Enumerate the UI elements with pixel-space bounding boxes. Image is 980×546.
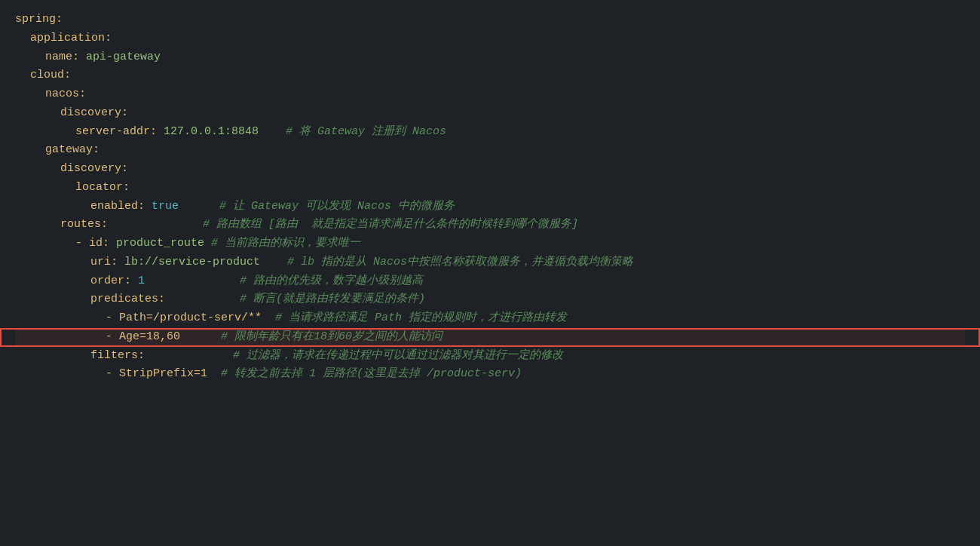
code-space	[180, 328, 221, 347]
code-line: enabled: true # 让 Gateway 可以发现 Nacos 中的微…	[15, 198, 965, 216]
code-comment: # 当前路由的标识，要求唯一	[211, 235, 360, 253]
code-line: filters: # 过滤器，请求在传递过程中可以通过过滤器对其进行一定的修改	[15, 347, 965, 366]
code-key: application:	[30, 29, 112, 48]
code-key: gateway:	[45, 141, 100, 160]
code-key: cloud:	[30, 66, 71, 85]
code-line: nacos:	[15, 85, 965, 104]
code-key: StripPrefix=1	[119, 365, 207, 384]
code-key: enabled:	[90, 198, 152, 216]
code-line: discovery:	[15, 160, 965, 179]
code-line: routes: # 路由数组 [路由 就是指定当请求满足什么条件的时候转到哪个微…	[15, 216, 965, 235]
code-key: id:	[89, 235, 116, 253]
code-line: - Path=/product-serv/** # 当请求路径满足 Path 指…	[15, 309, 965, 328]
code-line: cloud:	[15, 66, 965, 85]
code-comment: # lb 指的是从 Nacos中按照名称获取微服务，并遵循负载均衡策略	[287, 253, 633, 272]
code-space	[145, 272, 240, 291]
code-space	[179, 198, 219, 216]
code-dash: -	[106, 365, 119, 384]
code-comment: # 将 Gateway 注册到 Nacos	[286, 123, 446, 142]
code-line: - id: product_route # 当前路由的标识，要求唯一	[15, 235, 965, 253]
code-key: Path=/product-serv/**	[119, 309, 262, 328]
code-line: gateway:	[15, 141, 965, 160]
code-line: - StripPrefix=1 # 转发之前去掉 1 层路径(这里是去掉 /pr…	[15, 365, 965, 384]
code-key: discovery:	[60, 104, 128, 123]
code-comment: # 限制年龄只有在18到60岁之间的人能访问	[221, 328, 443, 347]
code-key: nacos:	[45, 85, 86, 104]
code-space	[207, 365, 221, 384]
code-dash: -	[106, 328, 119, 347]
code-key: predicates:	[90, 290, 165, 309]
code-line: predicates: # 断言(就是路由转发要满足的条件)	[15, 290, 965, 309]
code-key: spring:	[15, 11, 63, 29]
code-space	[108, 216, 203, 235]
code-key: uri:	[90, 253, 124, 272]
code-key: server-addr:	[75, 123, 164, 142]
code-line: name: api-gateway	[15, 48, 965, 67]
code-line: locator:	[15, 179, 965, 198]
code-key: name:	[45, 48, 86, 67]
code-space	[145, 347, 233, 366]
code-value-string: 127.0.0.1:8848	[164, 123, 259, 142]
code-comment: # 断言(就是路由转发要满足的条件)	[240, 290, 425, 309]
code-key: Age=18,60	[119, 328, 180, 347]
code-key: routes:	[60, 216, 108, 235]
code-comment: # 当请求路径满足 Path 指定的规则时，才进行路由转发	[275, 309, 567, 328]
code-space	[165, 290, 240, 309]
code-comment: # 路由数组 [路由 就是指定当请求满足什么条件的时候转到哪个微服务]	[203, 216, 578, 235]
code-value-string: lb://service-product	[124, 253, 260, 272]
code-space	[262, 309, 275, 328]
code-key: order:	[90, 272, 138, 291]
code-value-string: product_route	[116, 235, 204, 253]
code-key: discovery:	[60, 160, 128, 179]
code-space	[204, 235, 211, 253]
code-line: - Age=18,60 # 限制年龄只有在18到60岁之间的人能访问	[15, 328, 965, 347]
code-line: spring:	[15, 11, 965, 29]
code-comment: # 过滤器，请求在传递过程中可以通过过滤器对其进行一定的修改	[233, 347, 563, 366]
code-line: application:	[15, 29, 965, 48]
code-key: locator:	[75, 179, 130, 198]
code-comment: # 让 Gateway 可以发现 Nacos 中的微服务	[219, 198, 455, 216]
code-comment: # 转发之前去掉 1 层路径(这里是去掉 /product-serv)	[221, 365, 522, 384]
code-line: discovery:	[15, 104, 965, 123]
code-value-string: api-gateway	[86, 48, 161, 67]
code-line: uri: lb://service-product # lb 指的是从 Naco…	[15, 253, 965, 272]
code-comment: # 路由的优先级，数字越小级别越高	[240, 272, 423, 291]
code-space	[259, 123, 286, 142]
code-key: filters:	[90, 347, 145, 366]
code-block: spring:application:name: api-gatewayclou…	[0, 0, 980, 394]
code-dash: -	[106, 309, 119, 328]
code-line: server-addr: 127.0.0.1:8848 # 将 Gateway …	[15, 123, 965, 142]
code-line: order: 1 # 路由的优先级，数字越小级别越高	[15, 272, 965, 291]
code-value-bool: true	[152, 198, 179, 216]
code-space	[260, 253, 287, 272]
code-value-number: 1	[138, 272, 145, 291]
code-dash: -	[75, 235, 89, 253]
